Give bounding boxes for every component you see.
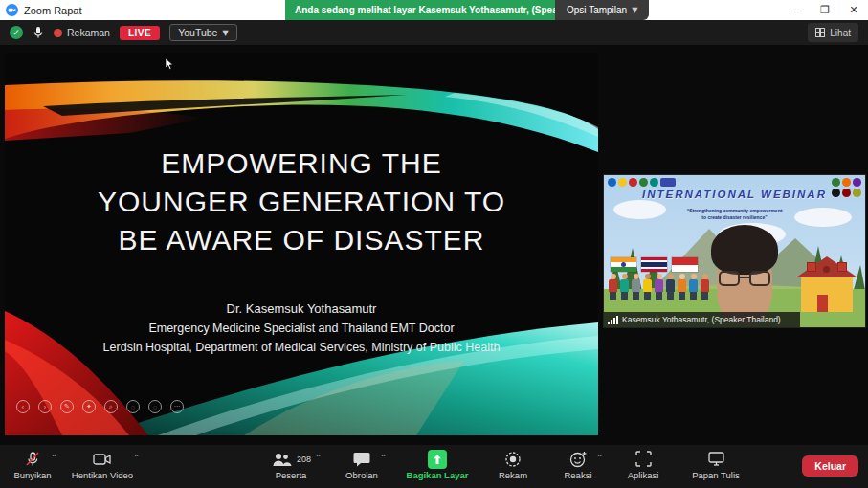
record-dot-icon [54, 29, 62, 37]
participant-name-label: Kasemsuk Yothasamutr, (Speaker Thailand) [604, 312, 800, 327]
recording-indicator: Rekaman [54, 27, 110, 38]
chevron-up-icon[interactable]: ⌃ [596, 454, 603, 462]
logo-icon [629, 178, 637, 187]
logo-icon [650, 178, 658, 187]
meeting-content-area: EMPOWERING THE YOUNGER GENERATION TO BE … [0, 45, 868, 445]
minimize-button[interactable]: – [782, 0, 811, 20]
annotate-tool-icon: ✦ [82, 400, 96, 413]
reactions-button[interactable]: Reaksi ⌃ [557, 449, 599, 480]
stop-video-button[interactable]: Hentikan Video ⌃ [69, 449, 136, 480]
meeting-toolbar: Bunyikan ⌃ Hentikan Video ⌃ 208 Peserta … [0, 445, 868, 488]
signal-bars-icon [608, 316, 618, 324]
viewing-screen-banner: Anda sedang melihat layar Kasemsuk Yotha… [285, 0, 555, 20]
live-badge: LIVE [120, 26, 160, 40]
speaker-affiliation: Lerdsin Hospital, Department of Medical … [5, 338, 598, 357]
next-slide-icon: › [38, 400, 52, 413]
country-flags [611, 257, 698, 272]
participant-count: 208 [297, 455, 311, 464]
whiteboard-button[interactable]: Papan Tulis [687, 449, 745, 480]
webinar-banner-subtitle: “Strengthening community empowerment to … [604, 208, 865, 221]
share-screen-icon [428, 450, 447, 469]
zoom-meeting-window: Zoom Rapat Anda sedang melihat layar Kas… [0, 0, 868, 488]
chevron-down-icon: ▼ [632, 6, 637, 14]
logo-icon [842, 178, 851, 187]
reactions-icon [569, 449, 588, 469]
camera-icon [93, 449, 112, 469]
participants-icon [271, 452, 292, 467]
close-button[interactable]: ✕ [839, 0, 868, 20]
cartoon-people-graphic [608, 274, 710, 300]
share-screen-button[interactable]: Bagikan Layar [406, 449, 469, 480]
apps-icon [635, 449, 652, 469]
india-flag-icon [611, 257, 636, 272]
view-options-button[interactable]: Opsi Tampilan ▼ [555, 0, 649, 20]
logo-icon [853, 178, 861, 187]
chevron-up-icon[interactable]: ⌃ [51, 454, 57, 462]
apps-button[interactable]: Aplikasi [622, 449, 664, 480]
logo-icon [832, 178, 840, 187]
indonesia-flag-icon [672, 257, 698, 272]
record-icon [504, 449, 522, 469]
participants-button[interactable]: 208 Peserta ⌃ [264, 449, 318, 480]
zoom-tool-icon: ⌕ [104, 400, 118, 413]
chevron-down-icon: ▼ [222, 29, 228, 37]
speaker-role: Emergency Medicine Specialist and Thaila… [5, 319, 598, 338]
speaker-video-tile[interactable]: INTERNATIONAL WEBINAR “Strengthening com… [603, 174, 866, 328]
chevron-up-icon[interactable]: ⌃ [315, 454, 322, 462]
view-layout-button[interactable]: Lihat [808, 23, 858, 42]
speaker-name: Dr. Kasemsuk Yothasamutr [5, 299, 598, 319]
chat-button[interactable]: Obrolan ⌃ [341, 449, 383, 480]
record-button[interactable]: Rekam [492, 449, 534, 480]
youtube-stream-button[interactable]: YouTube ▼ [169, 24, 236, 41]
unmute-button[interactable]: Bunyikan ⌃ [11, 449, 54, 480]
chevron-up-icon[interactable]: ⌃ [380, 454, 387, 462]
captions-icon: ◌ [126, 400, 140, 413]
logo-icon [608, 178, 616, 187]
camera-control-icon: ◌ [148, 400, 162, 413]
chat-icon [353, 449, 370, 469]
whiteboard-icon [707, 449, 725, 469]
shared-screen-slide: EMPOWERING THE YOUNGER GENERATION TO BE … [5, 53, 598, 435]
window-title: Zoom Rapat [24, 5, 82, 16]
slide-title: EMPOWERING THE YOUNGER GENERATION TO BE … [5, 144, 598, 259]
pen-tool-icon: ✎ [60, 400, 74, 413]
slide-speaker-info: Dr. Kasemsuk Yothasamutr Emergency Medic… [5, 299, 598, 357]
leave-meeting-button[interactable]: Keluar [802, 455, 858, 477]
status-bar: ✓ Rekaman LIVE YouTube ▼ Lihat [0, 20, 868, 45]
mouse-cursor [165, 57, 174, 71]
logo-icon [660, 178, 676, 187]
mic-muted-icon [24, 449, 41, 469]
maximize-button[interactable]: ❐ [811, 0, 839, 20]
more-options-icon: ⋯ [170, 400, 184, 413]
presentation-controls: ‹ › ✎ ✦ ⌕ ◌ ◌ ⋯ [16, 400, 184, 413]
grid-view-icon [815, 28, 825, 37]
prev-slide-icon: ‹ [16, 400, 30, 413]
webinar-banner-title: INTERNATIONAL WEBINAR [604, 189, 865, 200]
glasses-graphic [719, 271, 770, 288]
house-graphic [796, 256, 857, 312]
chevron-up-icon[interactable]: ⌃ [133, 454, 140, 462]
organizer-logos [608, 178, 676, 187]
audio-status-icon [33, 26, 44, 39]
logo-icon [618, 178, 627, 187]
title-bar: Zoom Rapat Anda sedang melihat layar Kas… [0, 0, 868, 20]
logo-icon [639, 178, 648, 187]
thailand-flag-icon [641, 257, 667, 272]
security-shield-icon[interactable]: ✓ [10, 26, 23, 39]
zoom-logo-icon [6, 4, 18, 16]
